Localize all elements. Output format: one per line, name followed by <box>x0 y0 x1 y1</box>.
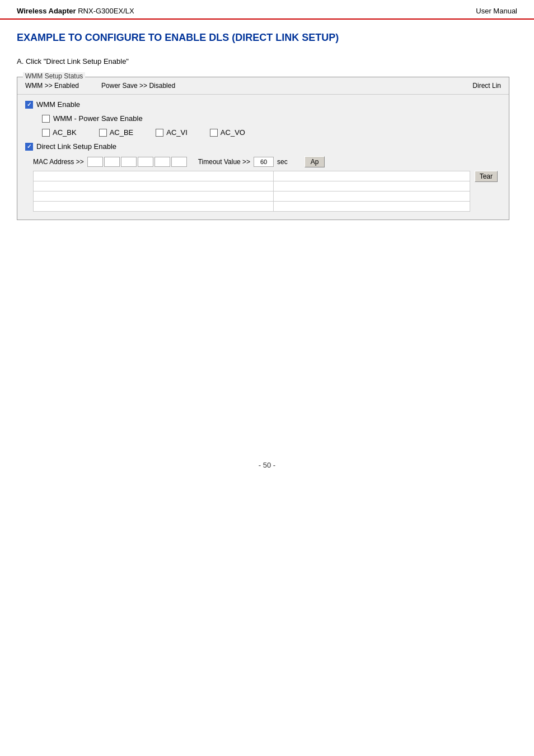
ac-vo-label: AC_VO <box>221 128 245 137</box>
mac-field-4[interactable] <box>138 157 153 167</box>
main-content: EXAMPLE TO CONFIGURE TO ENABLE DLS (DIRE… <box>0 21 534 237</box>
ac-vi-label: AC_VI <box>166 128 188 137</box>
mac-field-5[interactable] <box>154 157 170 167</box>
wmm-enable-row: WMM Enable <box>25 100 501 109</box>
mac-field-6[interactable] <box>171 157 187 167</box>
mac-field-1[interactable] <box>87 157 103 167</box>
page-footer: - 50 - <box>0 461 534 469</box>
page-number: - 50 - <box>259 461 275 469</box>
mac-field-3[interactable] <box>121 157 137 167</box>
timeout-label: Timeout Value >> <box>198 158 250 166</box>
timeout-group: Timeout Value >> sec <box>198 157 288 167</box>
dls-enable-checkbox[interactable] <box>25 143 33 151</box>
ac-vi-checkbox[interactable] <box>156 129 163 137</box>
dls-table-wrapper <box>25 171 471 212</box>
table-row <box>34 192 470 202</box>
ac-be-checkbox[interactable] <box>99 129 107 137</box>
dls-enable-row: Direct Link Setup Enable <box>25 142 501 151</box>
wmm-power-save-row: WMM - Power Save Enable <box>42 114 501 123</box>
table-cell <box>34 192 274 202</box>
ac-be-label: AC_BE <box>110 128 134 137</box>
ac-be-option: AC_BE <box>99 128 134 137</box>
panel-legend: WMM Setup Status <box>23 72 85 80</box>
ac-bk-checkbox[interactable] <box>42 129 50 137</box>
table-cell <box>273 202 470 212</box>
wmm-enable-label: WMM Enable <box>36 100 80 109</box>
wmm-power-save-checkbox[interactable] <box>42 115 50 123</box>
table-row <box>34 181 470 192</box>
dls-enable-label: Direct Link Setup Enable <box>36 142 116 151</box>
wmm-enable-group: WMM Enable <box>25 100 80 109</box>
table-cell <box>34 181 274 192</box>
ac-vi-option: AC_VI <box>156 128 188 137</box>
ac-vo-option: AC_VO <box>210 128 245 137</box>
instruction-text: A. Click "Direct Link Setup Enable" <box>17 57 517 66</box>
header-left: Wireless Adapter RNX-G300EX/LX <box>17 7 134 15</box>
ac-bk-label: AC_BK <box>53 128 77 137</box>
wmm-enable-checkbox[interactable] <box>25 101 33 109</box>
teardown-btn-wrapper: Tear <box>475 171 501 182</box>
wmm-status: WMM >> Enabled <box>25 82 79 90</box>
timeout-unit: sec <box>277 158 288 166</box>
wmm-power-save-group: WMM - Power Save Enable <box>42 114 143 123</box>
ac-options-row: AC_BK AC_BE AC_VI AC_VO <box>42 128 501 137</box>
header-right: User Manual <box>476 7 517 15</box>
wmm-setup-panel: WMM Setup Status WMM >> Enabled Power Sa… <box>17 77 509 220</box>
mac-timeout-row: MAC Address >> Timeout Value >> sec Ap <box>33 156 501 167</box>
page-title: EXAMPLE TO CONFIGURE TO ENABLE DLS (DIRE… <box>17 32 517 44</box>
mac-field-2[interactable] <box>104 157 120 167</box>
table-cell <box>34 202 274 212</box>
ac-vo-checkbox[interactable] <box>210 129 218 137</box>
power-save-status: Power Save >> Disabled <box>101 82 175 90</box>
page-header: Wireless Adapter RNX-G300EX/LX User Manu… <box>0 0 534 20</box>
table-teardown-section: Tear <box>25 171 501 212</box>
mac-address-label: MAC Address >> <box>33 158 84 166</box>
dls-table <box>33 171 470 212</box>
ac-bk-option: AC_BK <box>42 128 77 137</box>
table-cell <box>273 171 470 181</box>
wmm-power-save-label: WMM - Power Save Enable <box>53 114 143 123</box>
brand-name: Wireless Adapter <box>17 7 76 15</box>
action-buttons: Ap <box>293 156 325 167</box>
table-cell <box>273 192 470 202</box>
apply-button[interactable]: Ap <box>305 156 325 167</box>
table-row <box>34 171 470 181</box>
wmm-status-bar: WMM >> Enabled Power Save >> Disabled Di… <box>17 77 509 95</box>
table-cell <box>34 171 274 181</box>
model-name: RNX-G300EX/LX <box>76 7 134 15</box>
table-row <box>34 202 470 212</box>
direct-link-status: Direct Lin <box>472 82 501 90</box>
wmm-body: WMM Enable WMM - Power Save Enable AC_BK <box>17 95 509 220</box>
table-cell <box>273 181 470 192</box>
timeout-input[interactable] <box>254 157 274 167</box>
mac-fields <box>87 157 187 167</box>
teardown-button[interactable]: Tear <box>475 171 498 182</box>
